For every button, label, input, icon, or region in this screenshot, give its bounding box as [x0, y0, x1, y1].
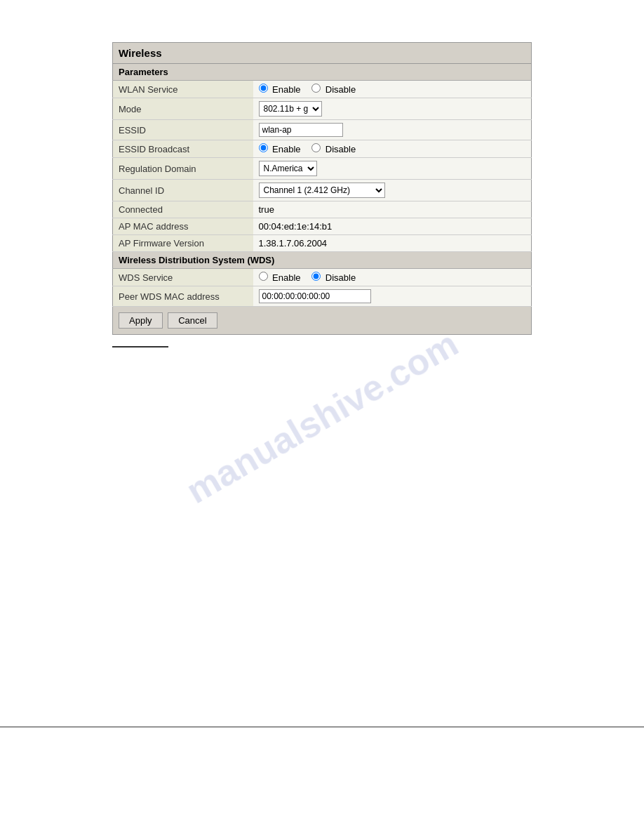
peer-wds-mac-controls	[253, 286, 532, 307]
mode-label: Mode	[113, 98, 253, 120]
essid-broadcast-enable-radio[interactable]	[259, 143, 268, 152]
essid-broadcast-disable-radio[interactable]	[311, 143, 321, 152]
connected-value: true	[253, 201, 532, 218]
wlan-disable-radio[interactable]	[311, 84, 321, 93]
button-row: Apply Cancel	[113, 307, 532, 335]
wlan-service-row: WLAN Service Enable Disable	[113, 81, 532, 98]
wireless-title: Wireless	[113, 43, 532, 64]
wlan-service-label: WLAN Service	[113, 81, 253, 98]
wireless-table: Wireless Parameters WLAN Service Enable …	[112, 42, 532, 335]
ap-mac-value: 00:04:ed:1e:14:b1	[253, 218, 532, 235]
ap-firmware-label: AP Firmware Version	[113, 235, 253, 252]
wlan-enable-label[interactable]: Enable	[259, 84, 304, 95]
wds-service-controls: Enable Disable	[253, 269, 532, 286]
ap-firmware-value: 1.38.1.7.06.2004	[253, 235, 532, 252]
regulation-domain-controls: N.America	[253, 158, 532, 180]
peer-wds-mac-label: Peer WDS MAC address	[113, 286, 253, 307]
essid-broadcast-label: ESSID Broadcast	[113, 140, 253, 158]
parameters-label: Parameters	[113, 64, 532, 81]
regulation-domain-row: Regulation Domain N.America	[113, 158, 532, 180]
wds-service-label: WDS Service	[113, 269, 253, 286]
wlan-disable-label[interactable]: Disable	[311, 84, 356, 95]
bottom-line	[112, 346, 168, 348]
page-wrapper: Wireless Parameters WLAN Service Enable …	[0, 0, 644, 390]
connected-label: Connected	[113, 201, 253, 218]
channel-id-controls: Channel 1 (2.412 GHz)	[253, 180, 532, 201]
wds-section-header: Wireless Distribution System (WDS)	[113, 252, 532, 269]
bottom-hr	[0, 727, 644, 727]
wds-enable-label[interactable]: Enable	[259, 272, 304, 283]
essid-broadcast-row: ESSID Broadcast Enable Disable	[113, 140, 532, 158]
wds-disable-label[interactable]: Disable	[311, 272, 356, 283]
wlan-enable-radio[interactable]	[259, 84, 268, 93]
regulation-domain-select[interactable]: N.America	[259, 161, 317, 176]
channel-id-row: Channel ID Channel 1 (2.412 GHz)	[113, 180, 532, 201]
channel-id-label: Channel ID	[113, 180, 253, 201]
peer-wds-mac-row: Peer WDS MAC address	[113, 286, 532, 307]
mode-select[interactable]: 802.11b + g	[259, 101, 322, 117]
ap-firmware-row: AP Firmware Version 1.38.1.7.06.2004	[113, 235, 532, 252]
essid-broadcast-controls: Enable Disable	[253, 140, 532, 158]
essid-row: ESSID	[113, 120, 532, 140]
essid-input[interactable]	[259, 123, 343, 137]
connected-row: Connected true	[113, 201, 532, 218]
essid-broadcast-disable-label[interactable]: Disable	[311, 144, 356, 154]
wireless-title-row: Wireless	[113, 43, 532, 64]
wds-enable-radio[interactable]	[259, 272, 268, 281]
wds-label: Wireless Distribution System (WDS)	[113, 252, 532, 269]
ap-mac-row: AP MAC address 00:04:ed:1e:14:b1	[113, 218, 532, 235]
wds-service-row: WDS Service Enable Disable	[113, 269, 532, 286]
essid-label: ESSID	[113, 120, 253, 140]
apply-button[interactable]: Apply	[119, 312, 163, 329]
button-cell: Apply Cancel	[113, 307, 532, 335]
regulation-domain-label: Regulation Domain	[113, 158, 253, 180]
cancel-button[interactable]: Cancel	[168, 312, 217, 329]
wlan-service-controls: Enable Disable	[253, 81, 532, 98]
mode-controls: 802.11b + g	[253, 98, 532, 120]
mode-row: Mode 802.11b + g	[113, 98, 532, 120]
wds-disable-radio[interactable]	[311, 272, 321, 281]
peer-wds-mac-input[interactable]	[259, 289, 371, 303]
ap-mac-label: AP MAC address	[113, 218, 253, 235]
essid-broadcast-enable-label[interactable]: Enable	[259, 144, 304, 154]
parameters-section-header: Parameters	[113, 64, 532, 81]
channel-id-select[interactable]: Channel 1 (2.412 GHz)	[259, 183, 385, 198]
essid-controls	[253, 120, 532, 140]
